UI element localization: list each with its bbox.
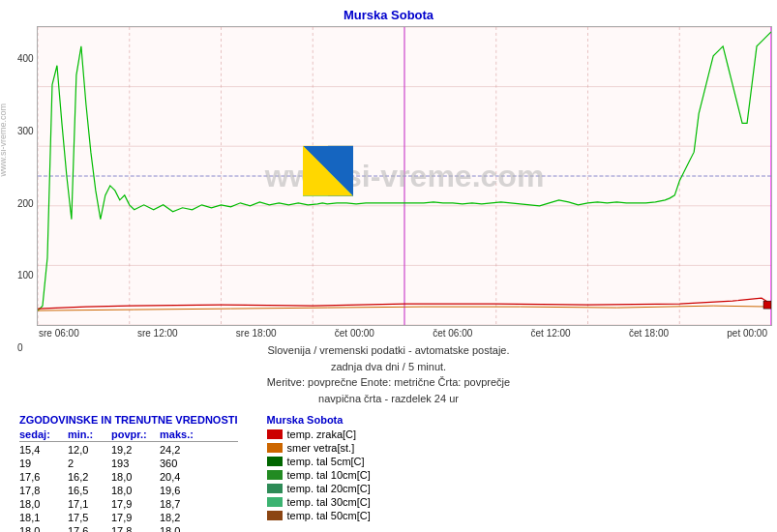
legend-label-2: temp. tal 5cm[C]: [287, 456, 365, 467]
legend-section: Murska Sobota temp. zraka[C] smer vetra[…: [267, 414, 371, 532]
y-axis-ticks: 400 300 200 100 0: [17, 53, 34, 353]
stats-row-1: 192193360: [19, 457, 238, 470]
stats-row-2: 17,616,218,020,4: [19, 470, 238, 484]
header-sedaj: sedaj:: [19, 429, 68, 440]
logo-icon: [303, 146, 353, 196]
x-label-3: sre 18:00: [236, 328, 277, 339]
legend-color-0: [267, 429, 283, 439]
stats-row-4: 18,017,117,918,7: [19, 497, 238, 511]
header-povpr: povpr.:: [111, 429, 160, 440]
legend-color-6: [267, 511, 283, 520]
legend-label-4: temp. tal 20cm[C]: [287, 483, 371, 494]
legend-color-1: [267, 443, 283, 453]
stats-title: ZGODOVINSKE IN TRENUTNE VREDNOSTI: [19, 414, 238, 426]
side-watermark: www.si-vreme.com: [0, 103, 8, 177]
stats-row-6: 18,017,617,818,0: [19, 524, 238, 532]
legend-color-5: [267, 497, 283, 507]
legend-label-5: temp. tal 30cm[C]: [287, 496, 371, 508]
chart-outer: 400 300 200 100 0 www.si-vreme.com www.s…: [0, 26, 777, 339]
x-label-1: sre 06:00: [39, 328, 79, 339]
x-label-4: čet 00:00: [335, 328, 374, 339]
desc-line-2: zadnja dva dni / 5 minut.: [0, 359, 777, 375]
header-min: min.:: [68, 429, 111, 440]
legend-item-5: temp. tal 30cm[C]: [267, 496, 371, 508]
header-maks: maks.:: [160, 429, 208, 440]
x-label-5: čet 06:00: [433, 328, 472, 339]
x-label-2: sre 12:00: [137, 328, 178, 339]
stats-row-0: 15,412,019,224,2: [19, 443, 238, 457]
legend-item-4: temp. tal 20cm[C]: [267, 483, 371, 494]
legend-color-2: [267, 457, 283, 466]
legend-title: Murska Sobota: [267, 414, 371, 426]
desc-line-1: Slovenija / vremenski podatki - avtomats…: [0, 342, 777, 359]
main-container: Murska Sobota 400 300 200 100 0 www.si-v…: [0, 0, 777, 532]
legend-label-3: temp. tal 10cm[C]: [287, 469, 371, 481]
legend-item-2: temp. tal 5cm[C]: [267, 456, 371, 467]
x-label-7: čet 18:00: [629, 328, 669, 339]
legend-item-1: smer vetra[st.]: [267, 442, 371, 454]
chart-title: Murska Sobota: [0, 0, 777, 26]
legend-label-1: smer vetra[st.]: [287, 442, 355, 454]
x-axis-labels: sre 06:00 sre 12:00 sre 18:00 čet 00:00 …: [37, 328, 769, 339]
bottom-section: ZGODOVINSKE IN TRENUTNE VREDNOSTI sedaj:…: [0, 406, 777, 532]
chart-svg: [38, 27, 771, 325]
desc-line-4: navpična črta - razdelek 24 ur: [0, 391, 777, 407]
legend-label-6: temp. tal 50cm[C]: [287, 510, 371, 521]
chart-area: www.si-vreme.com: [37, 26, 769, 339]
legend-label-0: temp. zraka[C]: [287, 429, 357, 440]
legend-color-4: [267, 484, 283, 493]
legend-item-3: temp. tal 10cm[C]: [267, 469, 371, 481]
stats-header: sedaj: min.: povpr.: maks.:: [19, 429, 238, 442]
chart-description: Slovenija / vremenski podatki - avtomats…: [0, 342, 777, 406]
legend-item-0: temp. zraka[C]: [267, 429, 371, 440]
x-label-6: čet 12:00: [531, 328, 571, 339]
legend-color-3: [267, 470, 283, 480]
stats-row-3: 17,816,518,019,6: [19, 484, 238, 497]
stats-row-5: 18,117,517,918,2: [19, 511, 238, 524]
desc-line-3: Meritve: povprečne Enote: metrične Črta:…: [0, 374, 777, 391]
svg-rect-17: [763, 301, 771, 309]
stats-table: ZGODOVINSKE IN TRENUTNE VREDNOSTI sedaj:…: [19, 414, 238, 532]
legend-item-6: temp. tal 50cm[C]: [267, 510, 371, 521]
chart-canvas: www.si-vreme.com: [37, 26, 772, 326]
x-label-8: pet 00:00: [727, 328, 767, 339]
